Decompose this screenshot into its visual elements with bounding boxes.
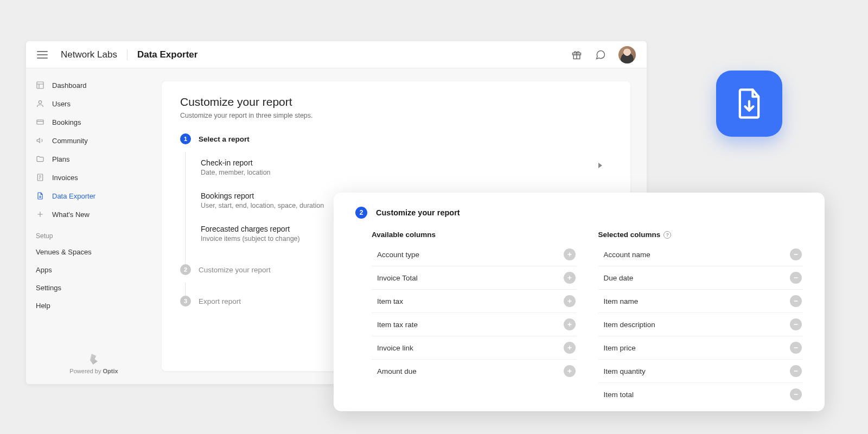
column-name: Account name [604,251,650,259]
column-name: Due date [604,274,634,282]
sidebar-item-label: Bookings [52,118,81,126]
sidebar-item-label: Data Exporter [52,192,95,200]
customize-columns-panel: 2 Customize your report Available column… [334,193,825,411]
remove-column-button[interactable] [790,248,802,260]
sidebar-item-venues[interactable]: Venues & Spaces [26,243,162,261]
step-label: Export report [199,297,241,305]
sidebar-item-help[interactable]: Help [26,297,162,315]
plus-icon [36,210,44,219]
report-option-checkin[interactable]: Check-in report Date, member, location [201,152,612,185]
column-name: Item total [604,391,634,399]
add-column-button[interactable] [564,272,576,284]
panel-step-header: 2 Customize your report [355,207,803,219]
available-column-item: Amount due [372,359,577,382]
help-icon[interactable]: ? [663,231,671,239]
remove-column-button[interactable] [790,365,802,377]
column-name: Item price [604,344,636,352]
available-column-item: Invoice link [372,336,577,359]
column-name: Item tax rate [377,321,418,329]
report-name: Check-in report [201,158,598,167]
selected-column-item: Item price [598,336,803,359]
dashboard-icon [36,81,44,90]
column-name: Item description [604,321,655,329]
selected-column-item: Item description [598,312,803,336]
step-number-badge: 3 [180,296,191,307]
add-column-button[interactable] [564,365,576,377]
selected-column-item: Item name [598,289,803,312]
available-column-item: Account type [372,243,577,266]
data-exporter-app-tile [716,71,782,137]
available-column-item: Item tax rate [372,312,577,336]
remove-column-button[interactable] [790,295,802,307]
page-title: Data Exporter [137,49,197,60]
chat-icon[interactable] [595,49,607,61]
sidebar-item-settings[interactable]: Settings [26,279,162,297]
report-desc: Date, member, location [201,169,598,176]
invoice-icon [36,173,44,182]
selected-columns-group: Selected columns ? Account nameDue dateI… [598,231,803,406]
add-column-button[interactable] [564,295,576,307]
chevron-right-icon [598,163,602,168]
sidebar-item-label: Community [52,137,88,145]
user-icon [36,99,44,108]
topbar: Network Labs Data Exporter [26,41,647,68]
sidebar-item-invoices[interactable]: Invoices [26,168,162,187]
sidebar-item-bookings[interactable]: Bookings [26,113,162,131]
download-doc-icon [36,192,44,200]
card-subtitle: Customize your report in three simple st… [180,112,612,119]
sidebar-item-label: Dashboard [52,81,87,90]
column-name: Invoice link [377,344,413,352]
selected-column-item: Account name [598,243,803,266]
sidebar-item-data-exporter[interactable]: Data Exporter [26,187,162,205]
add-column-button[interactable] [564,248,576,260]
step-number-badge: 2 [355,207,367,219]
brand-logo-icon [90,354,98,365]
available-column-item: Item tax [372,289,577,312]
menu-icon[interactable] [37,51,48,59]
step-number-badge: 1 [180,133,191,144]
available-column-item: Invoice Total [372,266,577,289]
sidebar-item-label: What's New [52,210,90,219]
sidebar-item-plans[interactable]: Plans [26,150,162,168]
add-column-button[interactable] [564,318,576,330]
available-columns-header: Available columns [372,231,577,239]
org-name[interactable]: Network Labs [61,49,127,60]
remove-column-button[interactable] [790,318,802,330]
sidebar-footer: Powered by Optix [26,346,162,384]
sidebar-item-label: Invoices [52,174,78,182]
sidebar-item-label: Plans [52,155,70,163]
megaphone-icon [36,136,44,145]
step-label: Select a report [199,135,250,143]
sidebar: Dashboard Users Bookings Community Plans… [26,68,162,384]
sidebar-item-label: Users [52,100,71,108]
step-label: Customize your report [199,266,271,274]
card-icon [36,118,44,126]
powered-by-text: Powered by Optix [26,368,162,374]
selected-column-item: Due date [598,266,803,289]
avatar[interactable] [618,46,636,63]
svg-point-3 [39,101,41,104]
remove-column-button[interactable] [790,272,802,284]
selected-column-item: Item quantity [598,359,803,382]
column-name: Item quantity [604,367,646,375]
column-name: Account type [377,251,419,259]
available-columns-group: Available columns Account typeInvoice To… [372,231,577,406]
column-name: Item name [604,297,639,305]
remove-column-button[interactable] [790,342,802,354]
step-number-badge: 2 [180,264,191,275]
add-column-button[interactable] [564,342,576,354]
step-1-header: 1 Select a report [180,133,612,144]
sidebar-item-apps[interactable]: Apps [26,261,162,279]
file-download-icon [735,87,763,120]
gift-icon[interactable] [571,49,583,61]
sidebar-item-users[interactable]: Users [26,94,162,113]
selected-column-item: Item total [598,382,803,406]
column-name: Amount due [377,367,417,375]
column-name: Invoice Total [377,274,418,282]
remove-column-button[interactable] [790,388,802,400]
panel-step-label: Customize your report [376,208,460,217]
sidebar-item-community[interactable]: Community [26,131,162,150]
sidebar-item-whats-new[interactable]: What's New [26,205,162,224]
sidebar-section-label: Setup [26,224,162,243]
sidebar-item-dashboard[interactable]: Dashboard [26,76,162,94]
